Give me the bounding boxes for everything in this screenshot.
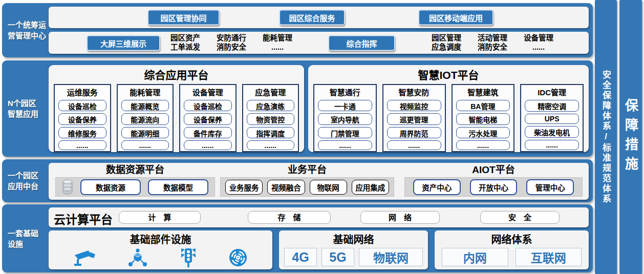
module-pill: ...... (525, 140, 579, 150)
module-pill: UPS (525, 114, 579, 124)
open-center-tag: 开放中心 (470, 179, 518, 195)
platform-title: 综合应用平台 (54, 67, 299, 82)
module-pill: 视频监控 (387, 100, 441, 111)
band-label-line: 设施 (8, 239, 49, 249)
operations-row-functions: 大屏三维展示 园区资产 工单派发 安防通行 消防安全 能耗管理 ...... 综… (49, 32, 589, 54)
column-header: 能耗管理 (121, 87, 169, 97)
park-collaboration-chip: 园区管理协同 (147, 10, 220, 26)
column-header: 运维服务 (58, 87, 106, 97)
text-line: 消防安全 (473, 43, 512, 53)
band-smart-applications: N个园区 智慧应用 综合应用平台 运维服务 设备巡检 设备保养 维修服务 ...… (2, 60, 593, 157)
column-smart-building: 智慧建筑 BA管理 智能电梯 污水处理 ...... (452, 84, 515, 152)
module-pill: ...... (121, 140, 169, 150)
module-pill: 指挥调度 (247, 127, 295, 138)
text-device-mgmt: 设备管理 ...... (519, 33, 559, 53)
business-platform: 业务平台 业务服务 视频融合 物联网 应用集成 (220, 164, 394, 197)
module-pill: BA管理 (456, 100, 510, 111)
aiot-platform: AIOT平台 资产中心 开放中心 管理中心 (404, 164, 583, 197)
column-smart-security: 智慧安防 视频监控 巡更管理 周界防范 ...... (382, 84, 446, 152)
module-pill: 智能电梯 (456, 113, 510, 124)
operations-row-apps: 园区管理协同 园区综合服务 园区移动端应用 (49, 7, 589, 28)
smart-iot-platform: 智慧IOT平台 智慧通行 一卡通 室内导航 门禁管理 ...... 智慧安防 视… (308, 65, 589, 152)
platform-columns: 运维服务 设备巡检 设备保养 维修服务 ...... 能耗管理 能源概览 能源流… (54, 84, 299, 152)
band-infrastructure: 一套基础 设施 云计算平台 计 算 存 储 网 络 安 全 基础部件设施 (2, 204, 593, 272)
basic-components-panel: 基础部件设施 (49, 230, 272, 269)
band-label-infrastructure: 一套基础 设施 (2, 204, 49, 272)
park-services-chip: 园区综合服务 (279, 10, 345, 26)
text-line: 园区资产 (165, 33, 205, 43)
module-pill: 门禁管理 (318, 127, 372, 138)
cloud-platform-title: 云计算平台 (54, 210, 113, 227)
big-screen-3d-chip: 大屏三维展示 (87, 35, 160, 51)
band-operations-center: 一个统筹运 营管理中心 园区管理协同 园区综合服务 园区移动端应用 大屏三维展示… (2, 3, 593, 57)
network-node-icon (127, 248, 148, 267)
app-integration-tag: 应用集成 (352, 180, 389, 195)
band-label-line: 智慧应用 (8, 109, 49, 119)
module-pill: ...... (387, 140, 441, 150)
security-box: 安 全 (480, 211, 560, 224)
network-boxes: 4G 5G 物联网 (279, 247, 428, 266)
cctv-camera-icon (73, 248, 97, 267)
module-pill: 设备保养 (184, 113, 232, 124)
basic-network-panel: 基础网络 4G 5G 物联网 (279, 230, 428, 269)
group-title: 数据资源平台 (55, 164, 215, 176)
panel-title: 网络体系 (435, 231, 589, 246)
business-service-tag: 业务服务 (225, 180, 263, 195)
middle-platform-panel: 数据资源平台 数据资源 数据模型 业务平台 (49, 163, 589, 200)
database-icon (62, 179, 73, 195)
column-idc-mgmt: IDC管理 精密空调 UPS 柴油发电机 ...... (520, 84, 584, 152)
panel-title: 基础网络 (279, 231, 428, 246)
component-icons (49, 247, 272, 267)
network-system-panel: 网络体系 内网 互联网 (435, 230, 589, 269)
text-line: ...... (519, 43, 559, 53)
module-pill: 室内导航 (318, 113, 372, 124)
text-line: ...... (257, 43, 297, 53)
storage-box: 存 储 (248, 211, 331, 224)
cloud-computing-platform: 云计算平台 计 算 存 储 网 络 安 全 (49, 207, 589, 227)
module-pill: 柴油发电机 (525, 126, 579, 138)
column-header: 智慧通行 (318, 87, 372, 97)
text-line: 园区管理 (426, 33, 466, 43)
security-standards-bar: 安全保障体系/标准规范体系 (595, 0, 617, 274)
module-pill: 能源概览 (121, 100, 169, 111)
band-label-line: N个园区 (8, 98, 49, 109)
text-security-access: 安防通行 消防安全 (211, 33, 251, 53)
module-pill: 能源流向 (121, 113, 169, 124)
platform-columns: 智慧通行 一卡通 室内导航 门禁管理 ...... 智慧安防 视频监控 巡更管理… (313, 84, 584, 152)
panel-title: 基础部件设施 (49, 231, 272, 246)
module-pill: 精密空调 (525, 100, 579, 112)
video-fusion-tag: 视频融合 (267, 180, 305, 195)
module-pill: 备件库存 (184, 127, 232, 138)
band-label-smart-applications: N个园区 智慧应用 (2, 60, 49, 157)
band-label-line: 应用中台 (8, 181, 49, 192)
column-header: 设备管理 (184, 87, 232, 97)
text-line: 设备管理 (519, 33, 559, 43)
group-title: AIOT平台 (404, 164, 583, 176)
module-pill: 设备巡检 (58, 100, 106, 111)
iot-tag: 物联网 (310, 180, 347, 195)
module-pill: 设备保养 (58, 113, 106, 124)
column-header: 应急管理 (247, 87, 295, 97)
column-ops-service: 运维服务 设备巡检 设备保养 维修服务 ...... (54, 84, 111, 152)
integrated-command-chip: 综合指挥 (328, 35, 395, 51)
group-title: 业务平台 (220, 164, 394, 176)
module-pill: 周界防范 (387, 127, 441, 138)
column-header: IDC管理 (525, 87, 579, 97)
band-label-line: 营管理中心 (8, 30, 49, 41)
network-system-boxes: 内网 互联网 (435, 247, 589, 266)
column-energy-mgmt: 能耗管理 能源概览 能源流向 能源明细 ...... (117, 84, 174, 152)
text-line: 应急调度 (426, 43, 466, 53)
integrated-application-platform: 综合应用平台 运维服务 设备巡检 设备保养 维修服务 ...... 能耗管理 能… (49, 65, 304, 152)
text-line: 消防安全 (211, 43, 251, 53)
text-line: 安防通行 (211, 33, 251, 43)
data-resource-tag: 数据资源 (80, 179, 141, 195)
safeguard-measures-bar: 保障措施 (619, 0, 642, 274)
architecture-diagram: 一个统筹运 营管理中心 园区管理协同 园区综合服务 园区移动端应用 大屏三维展示… (0, 0, 644, 274)
module-pill: 能源明细 (121, 127, 169, 138)
platform-title: 智慧IOT平台 (313, 67, 584, 82)
network-box: 网 络 (360, 211, 440, 224)
text-energy-mgmt: 能耗管理 ...... (257, 33, 297, 53)
band-label-line: 一个统筹运 (8, 19, 49, 30)
radar-icon (228, 248, 248, 267)
network-4g-box: 4G (284, 248, 317, 266)
